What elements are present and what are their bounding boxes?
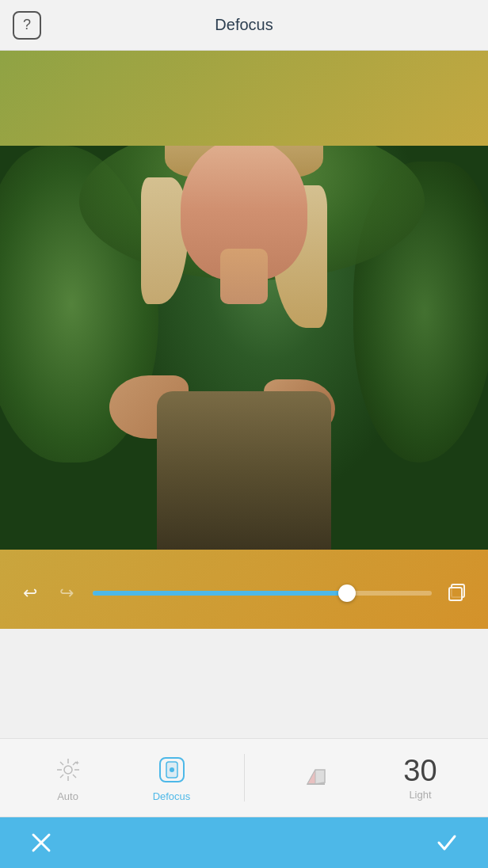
action-bar (0, 817, 488, 868)
eraser-icon-container (301, 762, 333, 794)
auto-icon-container: ✦ (52, 754, 84, 786)
copy-icon (448, 584, 467, 603)
slider-area: ↩ ↪ (0, 573, 488, 613)
svg-text:✦: ✦ (74, 760, 80, 767)
copy-button[interactable] (444, 579, 472, 607)
question-mark-icon: ? (23, 17, 31, 33)
toolbar: ✦ Auto Defocus 30 Light (0, 738, 488, 817)
value-display: 30 Light (389, 756, 452, 801)
slider-track[interactable] (93, 591, 432, 596)
toolbar-item-defocus[interactable]: Defocus (140, 754, 204, 802)
svg-line-4 (60, 762, 63, 765)
redo-button[interactable]: ↪ (52, 579, 81, 607)
svg-line-7 (60, 775, 63, 778)
slider-track-fill (93, 591, 347, 596)
svg-marker-14 (307, 770, 315, 784)
svg-point-12 (170, 767, 174, 772)
svg-point-8 (64, 766, 72, 774)
photo-background (0, 146, 488, 550)
person-torso (157, 391, 331, 550)
svg-line-5 (73, 775, 76, 778)
eraser-icon (303, 763, 331, 792)
person-neck (220, 249, 268, 304)
page-title: Defocus (215, 16, 273, 34)
help-button[interactable]: ? (13, 11, 41, 40)
photo-container (0, 146, 488, 550)
redo-icon: ↪ (59, 583, 74, 603)
slider-thumb[interactable] (338, 584, 356, 602)
defocus-icon (156, 754, 188, 786)
toolbar-item-eraser[interactable] (285, 762, 349, 794)
sparkle-icon: ✦ (54, 756, 82, 784)
value-label: Light (409, 789, 431, 801)
cancel-button[interactable] (24, 825, 59, 860)
toolbar-divider (244, 754, 245, 801)
undo-button[interactable]: ↩ (16, 579, 44, 607)
value-number: 30 (403, 756, 437, 786)
person-silhouette (109, 177, 379, 550)
copy-rect-front (448, 587, 463, 601)
confirm-button[interactable] (429, 825, 464, 860)
defocus-icon-container (156, 754, 188, 786)
toolbar-item-auto[interactable]: ✦ Auto (36, 754, 100, 802)
header: ? Defocus (0, 0, 488, 51)
confirm-icon (436, 832, 458, 854)
defocus-label: Defocus (153, 790, 191, 802)
auto-label: Auto (57, 790, 78, 802)
undo-icon: ↩ (23, 583, 37, 603)
cancel-icon (30, 832, 52, 854)
image-area: ↩ ↪ (0, 51, 488, 629)
